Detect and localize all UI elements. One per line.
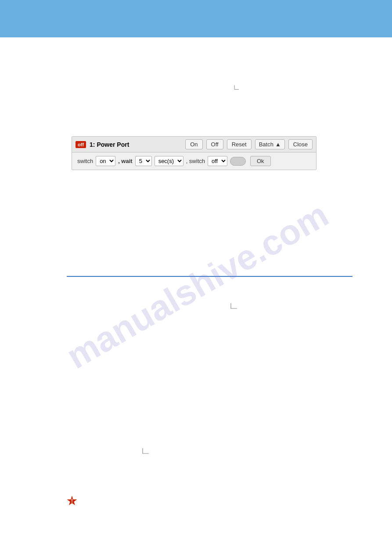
- ok-button[interactable]: Ok: [250, 156, 271, 166]
- divider-line: [67, 276, 352, 277]
- alert-icon: [67, 496, 77, 506]
- panel-header: off 1: Power Port On Off Reset Batch ▲ C…: [72, 137, 316, 152]
- document-icon-1: [212, 84, 265, 94]
- wait-label: , wait: [118, 158, 133, 164]
- on-button[interactable]: On: [185, 139, 202, 149]
- reset-button[interactable]: Reset: [227, 139, 252, 149]
- off-button[interactable]: Off: [206, 139, 223, 149]
- switch2-select[interactable]: off: [208, 156, 227, 166]
- batch-panel: off 1: Power Port On Off Reset Batch ▲ C…: [72, 136, 316, 170]
- document-icon-3: [142, 447, 151, 457]
- header-bar: [0, 0, 392, 37]
- toggle-switch[interactable]: [230, 157, 246, 166]
- close-button[interactable]: Close: [288, 139, 313, 149]
- switch-select[interactable]: on: [96, 156, 115, 166]
- document-icon-2: [230, 302, 239, 312]
- wait-select[interactable]: 5: [135, 156, 152, 166]
- batch-button[interactable]: Batch ▲: [255, 139, 285, 149]
- unit-select[interactable]: sec(s): [155, 156, 183, 166]
- batch-label: Batch: [259, 141, 273, 148]
- switch2-label: , switch: [186, 158, 205, 164]
- batch-arrow-icon: ▲: [275, 141, 281, 148]
- alert-star: [67, 496, 77, 506]
- switch-label: switch: [77, 158, 93, 164]
- off-badge: off: [76, 141, 86, 148]
- panel-body: switch on , wait 5 sec(s) , switch off O…: [72, 152, 316, 170]
- port-name: 1: Power Port: [90, 141, 182, 148]
